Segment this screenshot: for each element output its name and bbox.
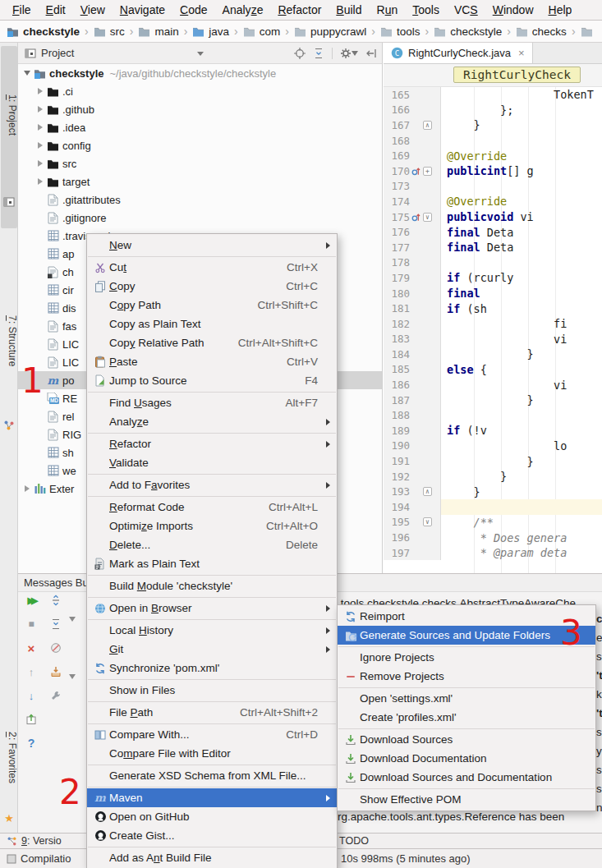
tree-row-github[interactable]: .github [18,100,382,118]
menu-item-create-gist[interactable]: Create Gist... [87,826,337,845]
submenu-item-download-documentation[interactable]: Download Documentation [338,749,595,768]
breadcrumb-item-com-4[interactable]: com [243,25,281,38]
menubar-item-help[interactable]: Help [541,1,580,19]
toolwindow-button-version-control[interactable]: 9: Versio [7,835,62,847]
menu-item-copy[interactable]: CopyCtrl+C [87,277,337,296]
tree-expanded-icon[interactable] [21,71,33,76]
menu-item-refactor[interactable]: Refactor [87,434,337,453]
menu-item-copy-path[interactable]: Copy PathCtrl+Shift+C [87,296,337,315]
menubar-item-refactor[interactable]: Refactor [270,1,329,19]
help-button[interactable]: ? [25,737,38,750]
import-button[interactable] [49,665,62,678]
menu-item-add-as-ant-build-file[interactable]: Add as Ant Build File [87,848,337,867]
menu-item-generate-xsd-schema-from-xml-file[interactable]: Generate XSD Schema from XML File... [87,766,337,785]
tree-collapsed-icon[interactable] [34,106,46,113]
submenu-item-show-effective-pom[interactable]: Show Effective POM [338,790,595,809]
tree-row-src[interactable]: src [18,154,382,172]
up-button[interactable]: ↑ [25,665,38,678]
breadcrumb-item-checkstyle-0[interactable]: checkstyle [7,25,80,38]
down-button[interactable]: ↓ [25,689,38,702]
gear-button[interactable] [340,48,358,59]
submenu-item-download-sources[interactable]: Download Sources [338,730,595,749]
menu-item-compare-with[interactable]: Compare With...Ctrl+D [87,725,337,744]
submenu-item-download-sources-and-documentation[interactable]: Download Sources and Documentation [338,768,595,787]
submenu-item-reimport[interactable]: Reimport [338,607,595,626]
breadcrumb-item-main-2[interactable]: main [138,25,178,38]
menu-item-analyze[interactable]: Analyze [87,412,337,431]
tree-expanded-icon[interactable] [69,674,76,679]
collapse-button[interactable] [49,618,62,631]
tree-collapsed-icon[interactable] [21,485,33,492]
tree-row-gitattributes[interactable]: .gitattributes [18,191,382,209]
menu-item-mark-as-plain-text[interactable]: Mark as Plain Text [87,554,337,573]
tree-row-config[interactable]: config [18,136,382,154]
breadcrumb-chip-class[interactable]: RightCurlyCheck [453,67,581,83]
submenu-item-ignore-projects[interactable]: Ignore Projects [338,648,595,667]
rerun-button[interactable]: ▶▶ [25,594,38,607]
menu-item-copy-as-plain-text[interactable]: Copy as Plain Text [87,315,337,333]
menubar-item-code[interactable]: Code [172,1,214,19]
submenu-item-create-profiles-xml[interactable]: Create 'profiles.xml' [338,708,595,727]
tree-collapsed-icon[interactable] [34,124,46,131]
menu-item-local-history[interactable]: Local History [87,621,337,640]
menu-item-build-module-checkstyle[interactable]: Build Module 'checkstyle' [87,576,337,595]
breadcrumb-item-java-3[interactable]: java [192,25,229,38]
menu-item-jump-to-source[interactable]: Jump to SourceF4 [87,371,337,390]
tree-expanded-icon[interactable] [69,617,76,622]
breadcrumb-item-puppycrawl-5[interactable]: puppycrawl [294,25,366,38]
menubar-item-run[interactable]: Run [370,1,406,19]
collapse-all-button[interactable] [313,48,324,59]
toolstrip-tab-structure[interactable]: 7: Structure [0,279,18,402]
menu-item-delete[interactable]: Delete...Delete [87,535,337,554]
menubar-item-vcs[interactable]: VCS [447,1,485,19]
menu-item-git[interactable]: Git [87,640,337,659]
tree-collapsed-icon[interactable] [34,142,46,149]
expand-button[interactable] [49,594,62,607]
tree-row-checkstyle[interactable]: checkstyle~/java/github/checkstyle/check… [18,64,382,82]
menubar-item-edit[interactable]: Edit [39,1,73,19]
tree-collapsed-icon[interactable] [34,88,46,94]
menu-item-synchronize-pom-xml[interactable]: Synchronize 'pom.xml' [87,659,337,677]
toolwindow-button-todo[interactable]: TODO [339,835,369,847]
menu-item-show-in-files[interactable]: Show in Files [87,681,337,700]
tree-row-target[interactable]: target [18,172,382,191]
menu-item-new[interactable]: New [87,236,337,255]
menu-item-validate[interactable]: Validate [87,453,337,472]
menu-item-add-to-favorites[interactable]: Add to Favorites [87,475,337,494]
menubar-item-view[interactable]: View [73,1,113,19]
project-view-dropdown[interactable] [197,52,204,56]
hide-panel-button[interactable] [365,48,377,59]
tree-row-idea[interactable]: .idea [18,118,382,136]
breadcrumb-item-src-1[interactable]: src [94,25,125,38]
menubar-item-navigate[interactable]: Navigate [113,1,172,19]
submenu-item-generate-sources-and-update-folders[interactable]: Generate Sources and Update Folders [338,626,595,645]
menubar-item-window[interactable]: Window [485,1,541,19]
export-button[interactable] [25,713,38,726]
menu-item-file-path[interactable]: File PathCtrl+Alt+Shift+2 [87,703,337,722]
close-button[interactable]: × [25,641,38,654]
menu-item-paste[interactable]: PasteCtrl+V [87,352,337,371]
fold-plus-icon[interactable]: + [423,167,432,176]
menubar-item-analyze[interactable]: Analyze [215,1,271,19]
menubar-item-file[interactable]: File [5,1,39,19]
breadcrumb-item-tools-6[interactable]: tools [380,25,420,38]
fold-down-icon[interactable]: ∨ [423,517,432,526]
menu-item-find-usages[interactable]: Find UsagesAlt+F7 [87,393,337,412]
pause-button[interactable] [49,641,62,654]
submenu-item-remove-projects[interactable]: Remove Projects [338,667,595,686]
tree-collapsed-icon[interactable] [34,160,46,167]
menu-item-compare-file-with-editor[interactable]: Compare File with Editor [87,744,337,763]
toolstrip-tab-favorites[interactable]: 2: Favorites [0,706,18,809]
submenu-item-open-settings-xml[interactable]: Open 'settings.xml' [338,689,595,708]
menu-item-open-in-browser[interactable]: Open in Browser [87,599,337,618]
toolstrip-tab-project[interactable]: 1: Project [0,49,18,181]
menu-item-maven[interactable]: mMaven [87,788,337,807]
menubar-item-tools[interactable]: Tools [405,1,447,19]
fold-up-icon[interactable]: ∧ [423,487,432,496]
menu-item-copy-relative-path[interactable]: Copy Relative PathCtrl+Alt+Shift+C [87,333,337,352]
editor-tab-rightcurlycheck[interactable]: C RightCurlyCheck.java × [384,43,533,63]
breadcrumb-item-checkstyle-7[interactable]: checkstyle [434,25,502,38]
menu-item-open-on-github[interactable]: Open on GitHub [87,807,337,826]
breadcrumb-item-checks-8[interactable]: checks [516,25,567,38]
fold-down-icon[interactable]: ∨ [423,213,432,222]
